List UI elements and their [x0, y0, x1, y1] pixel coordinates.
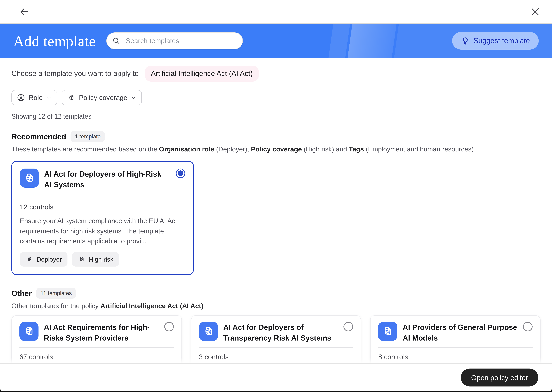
divider — [20, 347, 174, 348]
search-input[interactable] — [106, 32, 243, 49]
tag-label: Deployer — [37, 256, 62, 263]
document-shield-icon — [201, 324, 215, 338]
close-icon — [530, 6, 541, 17]
card-header: AI Providers of General Purpose AI Model… — [378, 322, 532, 343]
template-title: AI Providers of General Purpose AI Model… — [403, 322, 518, 343]
results-summary: Showing 12 of 12 templates — [11, 113, 541, 120]
role-filter-button[interactable]: Role — [11, 90, 57, 105]
recommended-section: Recommended 1 template These templates a… — [11, 131, 541, 275]
template-icon — [199, 322, 218, 341]
template-description: Ensure your AI system compliance with th… — [20, 216, 185, 246]
back-button[interactable] — [18, 5, 31, 19]
banner-decoration — [347, 24, 397, 58]
policy-coverage-icon — [67, 93, 76, 102]
other-count-badge: 11 templates — [36, 288, 76, 299]
choose-template-label: Choose a template you want to apply to — [11, 70, 139, 78]
card-header: AI Act for Deployers of High-Risk AI Sys… — [20, 168, 185, 190]
policy-coverage-filter-label: Policy coverage — [79, 94, 127, 102]
controls-count: 8 controls — [378, 353, 532, 361]
tag-high-risk: High risk — [72, 252, 119, 266]
controls-count: 67 controls — [20, 353, 174, 361]
other-note: Other templates for the policy Artificia… — [11, 302, 541, 310]
radio-unselected[interactable] — [344, 322, 353, 331]
other-heading: Other — [11, 289, 32, 298]
top-bar — [0, 0, 552, 24]
recommended-heading-row: Recommended 1 template — [11, 131, 541, 142]
add-template-dialog: Add template Suggest template Choose a t… — [0, 0, 552, 391]
divider — [20, 196, 185, 196]
radio-unselected[interactable] — [164, 322, 174, 331]
template-title: AI Act for Deployers of High-Risk AI Sys… — [44, 169, 170, 190]
template-icon — [378, 322, 397, 341]
tag-label: High risk — [89, 256, 113, 263]
close-button[interactable] — [528, 5, 542, 19]
recommended-count-badge: 1 template — [71, 131, 105, 142]
controls-count: 3 controls — [199, 353, 353, 361]
recommended-note: These templates are recommended based on… — [11, 145, 541, 153]
card-header: AI Act Requirements for High-Risks Syste… — [20, 322, 174, 343]
arrow-left-icon — [19, 6, 30, 17]
suggest-template-label: Suggest template — [473, 37, 530, 45]
open-policy-editor-button[interactable]: Open policy editor — [461, 369, 538, 386]
lightbulb-icon — [461, 36, 470, 45]
policy-badge: Artificial Intelligence Act (AI Act) — [145, 66, 259, 82]
template-title: AI Act Requirements for High-Risks Syste… — [44, 322, 159, 343]
suggest-template-button[interactable]: Suggest template — [452, 32, 539, 49]
template-card-recommended[interactable]: AI Act for Deployers of High-Risk AI Sys… — [11, 161, 194, 275]
radio-unselected[interactable] — [523, 322, 532, 331]
controls-count: 12 controls — [20, 203, 185, 211]
tag-row: Deployer High risk — [20, 252, 185, 266]
chevron-down-icon — [131, 95, 137, 101]
policy-coverage-icon — [78, 255, 85, 263]
search-icon — [112, 37, 120, 45]
tag-deployer: Deployer — [20, 252, 68, 266]
divider — [199, 347, 353, 348]
role-filter-label: Role — [29, 94, 43, 102]
filter-row: Role Policy coverage — [11, 90, 541, 105]
divider — [378, 347, 532, 348]
template-icon — [20, 168, 39, 188]
footer-bar: Open policy editor — [0, 364, 552, 391]
document-shield-icon — [381, 324, 395, 338]
document-shield-icon — [22, 171, 36, 185]
banner-decoration — [328, 24, 351, 58]
other-heading-row: Other 11 templates — [11, 288, 541, 299]
main-content: Choose a template you want to apply to A… — [0, 58, 552, 383]
choose-template-row: Choose a template you want to apply to A… — [11, 66, 541, 82]
page-title: Add template — [13, 32, 96, 49]
header-banner: Add template Suggest template — [0, 24, 552, 58]
document-shield-icon — [22, 324, 36, 338]
chevron-down-icon — [46, 95, 52, 101]
recommended-heading: Recommended — [11, 132, 66, 141]
policy-coverage-icon — [26, 255, 33, 263]
person-icon — [17, 93, 25, 102]
search-box — [106, 32, 243, 49]
radio-selected[interactable] — [176, 168, 185, 178]
policy-coverage-filter-button[interactable]: Policy coverage — [62, 90, 142, 105]
template-title: AI Act for Deployers of Transparency Ris… — [223, 322, 338, 343]
card-header: AI Act for Deployers of Transparency Ris… — [199, 322, 353, 343]
template-icon — [20, 322, 39, 341]
